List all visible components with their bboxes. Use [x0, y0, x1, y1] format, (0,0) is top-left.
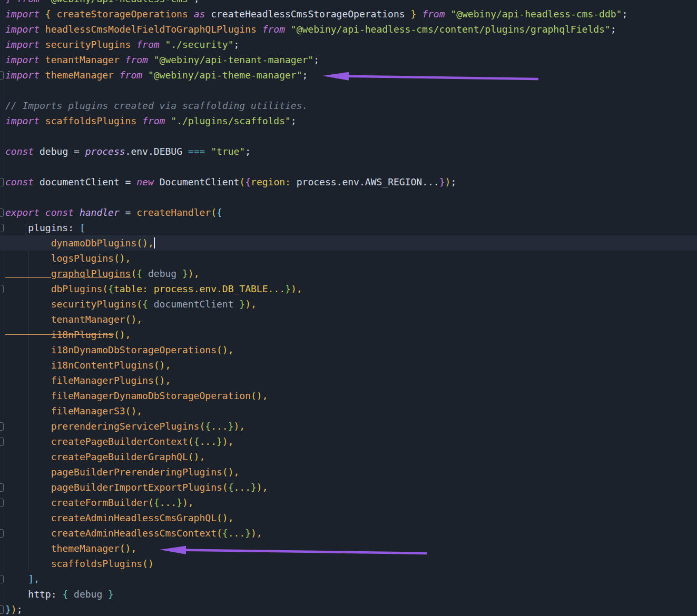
fold-indicator-icon[interactable]	[0, 499, 4, 507]
code-line[interactable]: const debug = process.env.DEBUG === "tru…	[0, 144, 697, 159]
code-token: import	[5, 115, 45, 126]
code-token: {	[228, 482, 234, 493]
code-token: ],	[5, 573, 40, 584]
code-line[interactable]	[0, 190, 697, 205]
code-line[interactable]: createPageBuilderGraphQL(),	[0, 449, 697, 464]
fold-indicator-icon[interactable]	[0, 178, 4, 186]
code-token: (	[188, 436, 194, 447]
code-line[interactable]: fileManagerPlugins(),	[0, 373, 697, 388]
code-token: }	[439, 176, 445, 187]
code-token: (	[217, 528, 222, 539]
code-line[interactable]: createAdminHeadlessCmsGraphQL(),	[0, 510, 697, 525]
code-token: (	[222, 482, 228, 493]
code-line[interactable]: import { createStorageOperations as crea…	[0, 6, 697, 22]
code-line[interactable]: import scaffoldsPlugins from "./plugins/…	[0, 113, 697, 128]
code-token: plugins:	[5, 222, 80, 233]
code-line[interactable]: });	[0, 602, 697, 616]
fold-indicator-icon[interactable]	[0, 529, 4, 538]
code-token: debug	[74, 589, 108, 600]
fold-indicator-icon[interactable]	[0, 438, 4, 446]
code-token: as	[194, 8, 211, 19]
code-line[interactable]: dynamoDbPlugins(),	[0, 235, 697, 251]
code-token: ...	[228, 528, 246, 539]
code-token: DocumentClient	[160, 176, 240, 187]
code-token: from	[422, 8, 450, 19]
code-token: ===	[188, 146, 211, 157]
code-token: ...	[199, 436, 217, 447]
code-line[interactable]: http: { debug }	[0, 587, 697, 602]
code-area[interactable]: } from "@webiny/api-headless-cms";import…	[0, 0, 697, 616]
code-token: "@webiny/api-headless-cms/content/plugin…	[291, 24, 611, 35]
code-token: "@webiny/api-headless-cms"	[45, 0, 194, 4]
code-line[interactable]: } from "@webiny/api-headless-cms";	[0, 0, 697, 6]
code-line[interactable]: // Imports plugins created via scaffoldi…	[0, 98, 697, 113]
code-token: ),	[188, 268, 200, 279]
code-token: documentClient	[154, 299, 240, 310]
code-token: (	[199, 421, 205, 432]
code-line[interactable]: i18nDynamoDbStorageOperations(),	[0, 342, 697, 357]
code-editor[interactable]: } from "@webiny/api-headless-cms";import…	[0, 0, 697, 616]
code-token: securityPlugins	[5, 299, 136, 310]
code-token: ;	[622, 8, 627, 19]
code-line[interactable]: export const handler = createHandler({	[0, 205, 697, 220]
code-line[interactable]: ],	[0, 571, 697, 587]
code-line[interactable]: prerenderingServicePlugins({...}),	[0, 419, 697, 434]
fold-indicator-icon[interactable]	[0, 71, 4, 80]
code-line[interactable]: i18nPlugins(),	[0, 327, 697, 342]
code-token: tenantManager	[45, 54, 125, 65]
code-line[interactable]: plugins: [	[0, 220, 697, 235]
code-token: (),	[217, 512, 234, 523]
code-token: (),	[114, 329, 131, 340]
code-token: "@webiny/api-headless-cms-ddb"	[450, 8, 622, 19]
code-line[interactable]	[0, 159, 697, 174]
code-line[interactable]: createAdminHeadlessCmsContext({...}),	[0, 525, 697, 541]
code-token: http:	[5, 589, 62, 600]
code-token: {	[108, 283, 114, 294]
code-token: ;	[233, 39, 239, 50]
code-token: ()	[142, 558, 154, 569]
code-token: {	[205, 421, 211, 432]
code-token: {	[194, 436, 200, 447]
code-token: export	[5, 207, 45, 218]
code-token: (),	[136, 237, 154, 249]
code-line[interactable]: import securityPlugins from "./security"…	[0, 37, 697, 52]
fold-indicator-icon[interactable]	[0, 422, 4, 431]
code-line[interactable]: themeManager(),	[0, 541, 697, 556]
fold-indicator-icon[interactable]	[0, 483, 4, 492]
code-line[interactable]: logsPlugins(),	[0, 251, 697, 266]
code-token: }	[182, 268, 188, 279]
code-line[interactable]: graphqlPlugins({ debug }),	[0, 266, 697, 281]
code-token: from	[120, 69, 148, 81]
fold-indicator-icon[interactable]	[0, 605, 4, 614]
code-line[interactable]: dbPlugins({table: process.env.DB_TABLE..…	[0, 281, 697, 296]
code-token: pageBuilderPrerenderingPlugins	[5, 466, 222, 478]
code-token: )	[445, 176, 451, 187]
fold-indicator-icon[interactable]	[0, 208, 4, 217]
code-line[interactable]: import headlessCmsModelFieldToGraphQLPlu…	[0, 22, 697, 37]
code-line[interactable]: import tenantManager from "@webiny/api-t…	[0, 52, 697, 67]
code-token: (),	[251, 390, 268, 401]
fold-indicator-icon[interactable]	[0, 575, 4, 583]
code-token: (	[102, 283, 108, 294]
code-line[interactable]: scaffoldsPlugins()	[0, 556, 697, 571]
code-line[interactable]: import themeManager from "@webiny/api-th…	[0, 67, 697, 83]
code-line[interactable]: fileManagerDynamoDbStorageOperation(),	[0, 388, 697, 403]
code-line[interactable]: tenantManager(),	[0, 312, 697, 327]
fold-indicator-icon[interactable]	[0, 285, 4, 293]
code-token: const	[5, 176, 40, 187]
code-line[interactable]: pageBuilderPrerenderingPlugins(),	[0, 464, 697, 480]
code-line[interactable]: fileManagerS3(),	[0, 403, 697, 419]
code-line[interactable]	[0, 128, 697, 144]
code-line[interactable]	[0, 83, 697, 98]
code-line[interactable]: createPageBuilderContext({...}),	[0, 434, 697, 449]
code-line[interactable]: createFormBuilder({...}),	[0, 495, 697, 510]
code-token: {	[45, 8, 57, 19]
code-line[interactable]: i18nContentPlugins(),	[0, 357, 697, 373]
code-line[interactable]: pageBuilderImportExportPlugins({...}),	[0, 480, 697, 495]
code-line[interactable]: securityPlugins({ documentClient }),	[0, 296, 697, 312]
code-token: headlessCmsModelFieldToGraphQLPlugins	[45, 24, 262, 35]
fold-indicator-icon[interactable]	[0, 224, 4, 232]
code-line[interactable]: const documentClient = new DocumentClien…	[0, 174, 697, 190]
code-token: ;	[450, 176, 456, 187]
code-token: {	[222, 528, 228, 539]
